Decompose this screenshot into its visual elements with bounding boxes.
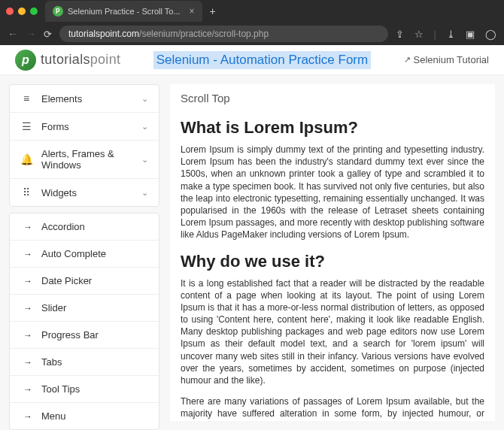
arrow-right-icon: →	[23, 276, 32, 286]
sidebar-item-alerts[interactable]: 🔔 Alerts, Frames & Windows ⌄	[10, 141, 159, 179]
back-button[interactable]: ←	[8, 28, 18, 40]
external-link-icon: ↗	[404, 55, 411, 65]
sidebar-sub-label: Slider	[41, 302, 66, 313]
sidebar-widgets-submenu: →Accordion →Auto Complete →Date Picker →…	[9, 213, 159, 430]
url-input[interactable]: tutorialspoint.com/selenium/practice/scr…	[59, 26, 388, 42]
close-window-button[interactable]	[6, 8, 14, 15]
address-bar: ← → ⟳ tutorialspoint.com/selenium/practi…	[0, 23, 504, 45]
sidebar-item-widgets[interactable]: ⠿ Widgets ⌄	[10, 179, 159, 206]
logo[interactable]: p tutorialspoint	[15, 50, 120, 71]
browser-chrome: Selenium Practice - Scroll To... × + ← →…	[0, 0, 504, 45]
chevron-down-icon: ⌄	[141, 94, 148, 104]
arrow-right-icon: →	[23, 357, 32, 368]
sidebar-sub-autocomplete[interactable]: →Auto Complete	[10, 241, 159, 268]
sidebar-item-label: Elements	[41, 93, 82, 104]
content: Scroll Top What is Lorem Ipsum? Lorem Ip…	[170, 84, 495, 421]
logo-text: tutorialspoint	[41, 52, 120, 68]
arrow-right-icon: →	[23, 411, 32, 422]
chevron-down-icon: ⌄	[141, 155, 148, 165]
maximize-window-button[interactable]	[30, 8, 38, 15]
sidebar-sub-tooltips[interactable]: →Tool Tips	[10, 376, 159, 403]
arrow-right-icon: →	[23, 222, 32, 232]
sidebar-item-label: Alerts, Frames & Windows	[41, 148, 132, 171]
sidebar-sub-label: Tabs	[41, 356, 62, 368]
reload-button[interactable]: ⟳	[44, 29, 52, 40]
tab-bar: Selenium Practice - Scroll To... × +	[0, 0, 504, 23]
new-tab-button[interactable]: +	[210, 5, 216, 17]
divider: |	[434, 29, 436, 40]
grid-icon: ⠿	[20, 186, 32, 198]
share-icon[interactable]: ⇪	[396, 29, 404, 40]
page-header: p tutorialspoint Selenium - Automation P…	[0, 45, 504, 75]
page-title: Selenium - Automation Practice Form	[153, 51, 372, 69]
sidebar-item-label: Widgets	[41, 187, 77, 198]
paragraph: There are many variations of passages of…	[181, 395, 484, 421]
sidebar-sub-tabs[interactable]: →Tabs	[10, 349, 159, 376]
sidebar-sub-label: Tool Tips	[41, 383, 80, 395]
breadcrumb: Scroll Top	[181, 92, 484, 104]
list-icon: ≡	[20, 92, 32, 104]
tab-title: Selenium Practice - Scroll To...	[68, 7, 181, 16]
chevron-down-icon: ⌄	[141, 188, 148, 198]
sidebar-sub-label: Accordion	[41, 221, 85, 232]
url-path: /selenium/practice/scroll-top.php	[139, 29, 269, 39]
sidebar-sub-label: Progress Bar	[41, 329, 99, 341]
selenium-tutorial-link[interactable]: ↗ Selenium Tutorial	[404, 54, 489, 65]
close-tab-icon[interactable]: ×	[190, 6, 195, 17]
form-icon: ☰	[20, 120, 32, 132]
paragraph: Lorem Ipsum is simply dummy text of the …	[181, 144, 484, 241]
minimize-window-button[interactable]	[18, 8, 26, 15]
sidebar-section-main: ≡ Elements ⌄ ☰ Forms ⌄ 🔔 Alerts, Frames …	[9, 84, 159, 207]
tutorial-link-label: Selenium Tutorial	[414, 54, 489, 65]
chevron-down-icon: ⌄	[141, 122, 148, 132]
arrow-right-icon: →	[23, 303, 32, 313]
heading-why-use: Why do we use it?	[181, 252, 484, 271]
arrow-right-icon: →	[23, 384, 32, 395]
sidebar-sub-progressbar[interactable]: →Progress Bar	[10, 322, 159, 349]
logo-mark-icon: p	[15, 50, 36, 71]
arrow-right-icon: →	[23, 249, 32, 259]
paragraph: It is a long established fact that a rea…	[181, 277, 484, 387]
sidebar-sub-menu[interactable]: →Menu	[10, 403, 159, 429]
favicon-icon	[53, 6, 63, 17]
url-host: tutorialspoint.com	[68, 29, 139, 39]
browser-tab[interactable]: Selenium Practice - Scroll To... ×	[45, 1, 202, 22]
window-controls	[6, 8, 38, 15]
sidebar-sub-label: Menu	[41, 410, 66, 422]
sidebar-item-label: Forms	[41, 121, 69, 132]
sidebar-sub-datepicker[interactable]: →Date Picker	[10, 268, 159, 295]
panel-icon[interactable]: ▣	[466, 29, 475, 40]
sidebar: ≡ Elements ⌄ ☰ Forms ⌄ 🔔 Alerts, Frames …	[9, 84, 159, 421]
download-icon[interactable]: ⤓	[447, 29, 455, 40]
forward-button[interactable]: →	[26, 28, 36, 40]
sidebar-item-forms[interactable]: ☰ Forms ⌄	[10, 113, 159, 141]
sidebar-sub-label: Auto Complete	[41, 248, 106, 259]
heading-what-is: What is Lorem Ipsum?	[181, 118, 484, 138]
sidebar-sub-label: Date Picker	[41, 275, 92, 286]
arrow-right-icon: →	[23, 330, 32, 341]
bookmark-icon[interactable]: ☆	[414, 29, 424, 40]
sidebar-sub-accordion[interactable]: →Accordion	[10, 213, 159, 241]
sidebar-sub-slider[interactable]: →Slider	[10, 295, 159, 322]
main: ≡ Elements ⌄ ☰ Forms ⌄ 🔔 Alerts, Frames …	[0, 75, 504, 430]
sidebar-item-elements[interactable]: ≡ Elements ⌄	[10, 85, 159, 113]
profile-icon[interactable]: ◯	[485, 29, 496, 40]
bell-icon: 🔔	[20, 153, 32, 165]
